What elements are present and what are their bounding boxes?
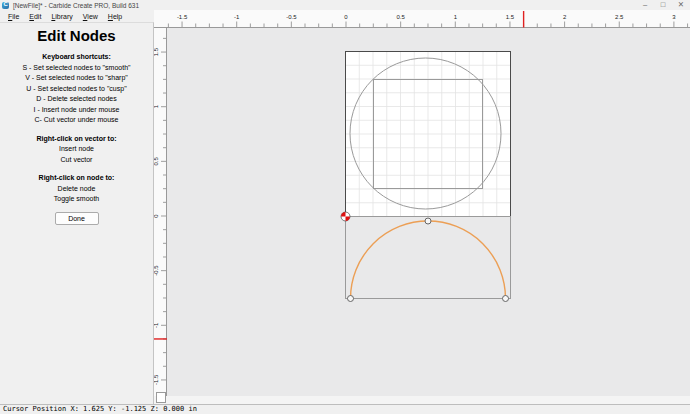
ruler-label: -0.5 (154, 265, 159, 276)
ruler-label: -0.5 (286, 14, 297, 20)
vector-node[interactable] (503, 296, 509, 302)
shortcut-line: I - Insert node under mouse (0, 105, 153, 116)
statusbar: Cursor Position X: 1.625 Y: -1.125 Z: 0.… (0, 404, 690, 414)
shortcut-line: S - Set selected nodes to "smooth" (0, 63, 153, 74)
menu-item-edit[interactable]: Edit (24, 13, 46, 20)
minimize-button[interactable]: – (636, 0, 654, 10)
close-button[interactable]: ✕ (672, 0, 690, 10)
shortcut-line: C- Cut vector under mouse (0, 115, 153, 126)
app-icon (2, 2, 9, 9)
scrollbar-thumb[interactable] (156, 392, 166, 403)
shortcut-line: Insert node (0, 144, 153, 155)
ruler-label: 1 (154, 104, 159, 108)
edit-nodes-panel: Edit Nodes Keyboard shortcuts:S - Set se… (0, 22, 154, 404)
vertical-ruler: 1.510.50-0.5-1-1.5 (154, 28, 167, 396)
v-ruler-svg: 1.510.50-0.5-1-1.5 (154, 28, 167, 396)
canvas-svg (167, 28, 690, 396)
panel-sections: Keyboard shortcuts:S - Set selected node… (0, 52, 153, 205)
origin-marker-quadrant (341, 212, 346, 217)
panel-title: Edit Nodes (0, 27, 153, 44)
ruler-label: 0 (154, 214, 159, 218)
titlebar: [NewFile]* - Carbide Create PRO, Build 6… (0, 0, 690, 10)
window-title: [NewFile]* - Carbide Create PRO, Build 6… (13, 2, 636, 9)
menu-item-library[interactable]: Library (46, 13, 77, 20)
menu-item-help[interactable]: Help (103, 13, 127, 20)
shortcut-line: V - Set selected nodes to "sharp" (0, 73, 153, 84)
canvas-viewport[interactable] (167, 28, 690, 396)
ruler-label: 2.5 (615, 14, 624, 20)
scrollbar-track[interactable] (154, 396, 690, 404)
origin-marker-quadrant (346, 217, 351, 222)
cursor-position-text: Cursor Position X: 1.625 Y: -1.125 Z: 0.… (0, 405, 690, 414)
ruler-label: 1.5 (506, 14, 515, 20)
selected-arc-vector[interactable] (351, 221, 506, 299)
vector-node[interactable] (348, 296, 354, 302)
ruler-label: -1.5 (177, 14, 188, 20)
panel-section-heading: Keyboard shortcuts: (0, 52, 153, 63)
h-ruler-svg: -1.5-1-0.500.511.522.53 (154, 10, 690, 28)
maximize-button[interactable]: □ (654, 0, 672, 10)
ruler-label: 0 (344, 14, 348, 20)
shortcut-line: U - Set selected nodes to "cusp" (0, 84, 153, 95)
shortcut-line: Cut vector (0, 155, 153, 166)
ruler-label: 0.5 (154, 157, 159, 166)
panel-section: Right-click on vector to:Insert nodeCut … (0, 134, 153, 166)
ruler-label: -1 (234, 14, 240, 20)
shortcut-line: Toggle smooth (0, 194, 153, 205)
done-button[interactable]: Done (55, 212, 99, 225)
ruler-label: 0.5 (396, 14, 405, 20)
shortcut-line: Delete node (0, 184, 153, 195)
panel-section-heading: Right-click on vector to: (0, 134, 153, 145)
panel-section: Right-click on node to:Delete nodeToggle… (0, 173, 153, 205)
vector-node[interactable] (425, 218, 431, 224)
menubar: FileEditLibraryViewHelp (0, 10, 154, 22)
app-window: [NewFile]* - Carbide Create PRO, Build 6… (0, 0, 690, 414)
menu-item-file[interactable]: File (3, 13, 24, 20)
shortcut-line: D - Delete selected nodes (0, 94, 153, 105)
panel-section: Keyboard shortcuts:S - Set selected node… (0, 52, 153, 126)
ruler-label: -1 (154, 322, 159, 328)
ruler-label: 2 (563, 14, 567, 20)
rectangle-vector[interactable] (346, 217, 511, 299)
ruler-label: 1 (454, 14, 458, 20)
ruler-label: -1.5 (154, 374, 159, 385)
horizontal-ruler: -1.5-1-0.500.511.522.53 (154, 10, 690, 28)
ruler-label: 3 (672, 14, 676, 20)
ruler-label: 1.5 (154, 47, 159, 56)
menu-item-view[interactable]: View (78, 13, 103, 20)
panel-section-heading: Right-click on node to: (0, 173, 153, 184)
